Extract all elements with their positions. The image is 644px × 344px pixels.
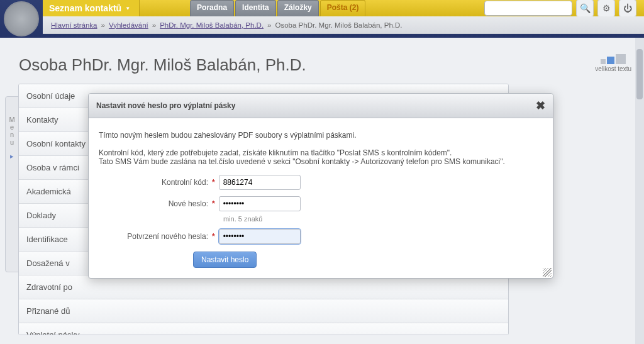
confirm-password-input[interactable] [219,229,301,244]
mini-tabs: Poradna Identita Záložky Pošta (2) [190,0,367,16]
close-icon[interactable]: ✖ [536,99,545,113]
resize-handle[interactable] [543,268,552,277]
settings-button[interactable]: ⚙ [597,0,615,17]
search-input[interactable] [484,1,572,16]
logout-button[interactable]: ⏻ [619,0,636,17]
topbar: Seznam kontaktů ▼ Poradna Identita Zálož… [0,0,644,38]
main-tab-label: Seznam kontaktů [49,3,121,13]
confirm-label: Potvrzení nového hesla: [99,232,212,241]
required-mark: * [212,178,215,187]
text-size-label: velikost textu [595,65,631,72]
power-icon: ⏻ [623,3,632,13]
menu-handle[interactable]: Menu ▸ [5,96,19,272]
breadcrumb-home[interactable]: Hlavní stránka [51,21,97,29]
gear-icon: ⚙ [602,3,611,13]
required-mark: * [212,199,215,208]
dialog-para2: Kontrolní kód, který zde potřebujete zad… [99,148,543,166]
dialog-titlebar[interactable]: Nastavit nové heslo pro výplatní pásky ✖ [89,94,553,118]
breadcrumb: Hlavní stránka » Vyhledávání » PhDr. Mgr… [43,16,644,34]
tab-row[interactable]: Výplatní pásky [19,323,508,335]
search-button[interactable]: 🔍 [576,0,594,17]
dropdown-icon: ▼ [125,6,130,11]
dialog-title-text: Nastavit nové heslo pro výplatní pásky [96,101,235,110]
password-dialog: Nastavit nové heslo pro výplatní pásky ✖… [88,93,553,279]
search-icon: 🔍 [580,3,591,13]
breadcrumb-person[interactable]: PhDr. Mgr. Miloš Balabán, Ph.D. [160,21,264,29]
tab-row[interactable]: Zdravotní po [19,275,508,299]
scrollbar-thumb[interactable] [636,49,643,99]
required-mark: * [212,232,215,241]
main-tab-contacts[interactable]: Seznam kontaktů ▼ [43,0,140,16]
code-label: Kontrolní kód: [99,178,212,187]
submit-button[interactable]: Nastavit heslo [193,252,257,268]
tab-zalozky[interactable]: Záložky [277,0,319,16]
tab-posta[interactable]: Pošta (2) [320,0,366,16]
breadcrumb-search[interactable]: Vyhledávání [109,21,148,29]
tab-poradna[interactable]: Poradna [190,0,234,16]
page-title: Osoba PhDr. Mgr. Miloš Balabán, Ph.D. [19,55,625,75]
tab-row[interactable]: Přiznané dů [19,299,508,323]
tab-identita[interactable]: Identita [235,0,276,16]
yellow-strip: Seznam kontaktů ▼ Poradna Identita Zálož… [43,0,644,16]
dialog-intro: Tímto novým heslem budou zaheslovány PDF… [99,131,543,140]
text-size-picker[interactable]: velikost textu [595,54,631,72]
password-hint: min. 5 znaků [223,215,543,223]
code-input[interactable] [219,175,301,190]
password-input[interactable] [219,196,301,211]
breadcrumb-tail: Osoba PhDr. Mgr. Miloš Balabán, Ph.D. [275,21,402,29]
password-label: Nové heslo: [99,199,212,208]
scrollbar[interactable] [635,38,644,344]
app-logo [4,1,39,36]
